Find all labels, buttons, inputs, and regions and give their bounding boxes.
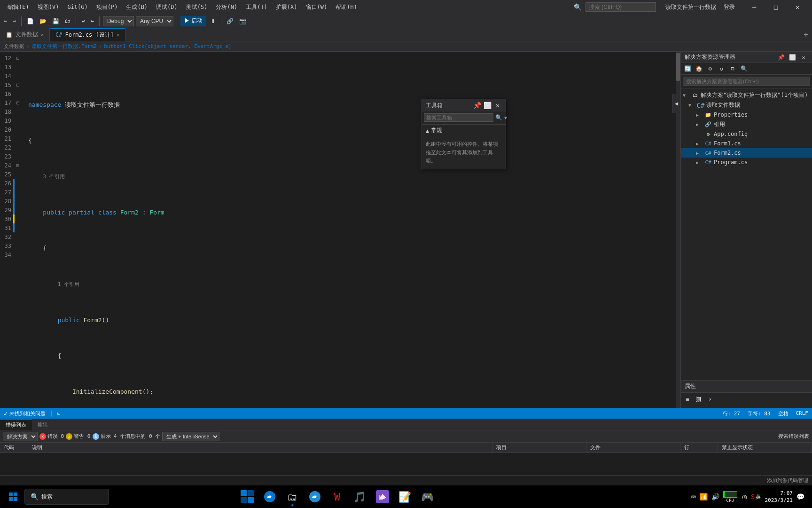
save-button[interactable]: 💾 xyxy=(50,17,61,25)
tab-add-button[interactable]: + xyxy=(800,30,812,39)
tree-item-form2[interactable]: ▶ C# Form2.cs xyxy=(681,148,812,158)
taskbar-app-wps[interactable]: W xyxy=(327,486,348,507)
se-search-input[interactable] xyxy=(683,77,810,86)
fold-12[interactable]: ⊟ xyxy=(15,55,21,61)
menu-item-test[interactable]: 测试(S) xyxy=(182,1,211,13)
menu-item-view[interactable]: 视图(V) xyxy=(34,1,63,13)
taskbar-keyboard-icon[interactable]: ⌨ xyxy=(691,492,696,501)
se-settings-button[interactable]: ⚙ xyxy=(705,64,715,73)
se-filter-button[interactable]: 🔍 xyxy=(739,64,749,73)
tab-close-form2[interactable]: ✕ xyxy=(117,32,119,38)
redo-button[interactable]: ↪ xyxy=(89,17,96,25)
se-refresh-button[interactable]: ↻ xyxy=(717,64,726,73)
tree-item-refs[interactable]: ▶ 🔗 引用 xyxy=(681,119,812,129)
tree-item-program[interactable]: ▶ C# Program.cs xyxy=(681,158,812,167)
toolbox-pin-button[interactable]: 📌 xyxy=(473,101,481,110)
fold-15[interactable]: ⊟ xyxy=(15,82,21,88)
toolbox-search-input[interactable] xyxy=(424,113,493,122)
cpu-indicator[interactable]: CPU xyxy=(723,491,737,503)
taskbar-app-music[interactable]: 🎵 xyxy=(350,486,370,507)
taskbar-app-game[interactable]: 🎮 xyxy=(417,486,438,507)
panel-pin-button[interactable]: 📌 xyxy=(776,53,786,62)
login-button[interactable]: 登录 xyxy=(720,1,739,13)
bottom-tab-output[interactable]: 输出 xyxy=(32,419,54,430)
add-source-label[interactable]: 添加到源代码管理 xyxy=(767,477,808,484)
breadcrumb-method[interactable]: button1_Click(object sender, EventArgs e… xyxy=(104,43,232,49)
tab-form2-design[interactable]: C# Form2.cs [设计] ✕ xyxy=(50,28,125,41)
open-file-button[interactable]: 📂 xyxy=(38,17,48,25)
tab-close-fildata[interactable]: ✕ xyxy=(41,32,44,37)
info-badge[interactable]: ℹ 展示 4 个消息中的 0 个 xyxy=(93,433,161,440)
tree-item-solution[interactable]: ▼ 🗂 解决方案"读取文件第一行数据"(1个项目) xyxy=(681,90,812,100)
taskbar: 🔍 搜索 🗂 W xyxy=(0,485,812,508)
debug-mode-dropdown[interactable]: Debug xyxy=(103,16,134,26)
close-button[interactable]: ✕ xyxy=(787,0,808,14)
taskbar-app-vs[interactable] xyxy=(372,486,393,507)
platform-dropdown[interactable]: Any CPU xyxy=(136,16,173,26)
props-event-button[interactable]: ⚡ xyxy=(705,395,715,404)
menu-item-tools[interactable]: 工具(T) xyxy=(242,1,271,13)
undo-button[interactable]: ↩ xyxy=(79,17,86,25)
new-file-button[interactable]: 📄 xyxy=(25,17,36,25)
pause-button[interactable]: ⏸ xyxy=(208,17,218,25)
toolbox-general-section[interactable]: ▲ 常规 xyxy=(422,124,506,136)
tree-item-appconfig[interactable]: ⚙ App.config xyxy=(681,129,812,139)
attach-button[interactable]: 🔗 xyxy=(225,17,235,25)
panel-close-button[interactable]: ✕ xyxy=(799,53,808,62)
tree-item-project[interactable]: ▼ C# 读取文件数据 xyxy=(681,100,812,110)
panel-move-button[interactable]: ⬜ xyxy=(788,53,797,62)
panel-collapse-button[interactable]: ◀ xyxy=(672,94,680,113)
menu-search-input[interactable] xyxy=(586,2,656,12)
forward-button[interactable]: ➡ xyxy=(11,17,18,25)
menu-item-project[interactable]: 项目(P) xyxy=(93,1,122,13)
menu-item-analyze[interactable]: 分析(N) xyxy=(212,1,241,13)
menu-item-debug[interactable]: 调试(D) xyxy=(152,1,181,13)
bottom-tab-errorlist[interactable]: 错误列表 xyxy=(0,419,32,430)
taskbar-search-button[interactable]: 🔍 搜索 xyxy=(24,489,109,505)
taskbar-app-notepad[interactable]: 📝 xyxy=(395,486,415,507)
error-filter-dropdown[interactable]: 解决方案 xyxy=(3,432,38,441)
menu-item-edit[interactable]: 编辑(E) xyxy=(4,1,33,13)
warning-badge[interactable]: ⚠ 警告 0 xyxy=(66,433,90,440)
taskbar-app-store[interactable] xyxy=(237,486,258,507)
ime-indicator[interactable]: S 英 xyxy=(751,493,761,500)
props-browse-button[interactable]: 🖼 xyxy=(694,395,703,404)
menu-item-build[interactable]: 生成(B) xyxy=(122,1,151,13)
menu-item-ext[interactable]: 扩展(X) xyxy=(272,1,301,13)
maximize-button[interactable]: □ xyxy=(765,0,787,14)
start-button[interactable]: ▶ 启动 xyxy=(180,16,206,26)
build-filter-dropdown[interactable]: 生成 + IntelliSense xyxy=(162,432,219,441)
toolbox-max-button[interactable]: ⬜ xyxy=(483,101,492,110)
screenshot-button[interactable]: 📷 xyxy=(237,17,248,25)
menu-item-help[interactable]: 帮助(H) xyxy=(332,1,361,13)
taskbar-app-edge2[interactable] xyxy=(304,486,325,507)
menu-item-git[interactable]: Git(G) xyxy=(63,2,91,12)
props-grid-button[interactable]: ⊞ xyxy=(683,395,692,404)
toolbox-close-button[interactable]: ✕ xyxy=(493,101,502,110)
code-text[interactable]: namespace 读取文件第一行数据 { 3 个引用 public parti… xyxy=(24,52,676,408)
taskbar-app-edge[interactable] xyxy=(259,486,280,507)
menu-item-window[interactable]: 窗口(W) xyxy=(302,1,331,13)
gutter-31: 31 xyxy=(0,223,24,232)
minimize-button[interactable]: ─ xyxy=(743,0,765,14)
se-sync-button[interactable]: 🔄 xyxy=(683,64,692,73)
error-badge[interactable]: ✕ 错误 0 xyxy=(39,433,64,440)
taskbar-notification-icon[interactable]: 💬 xyxy=(796,493,804,500)
taskbar-wifi-icon[interactable]: 📶 xyxy=(700,493,708,500)
breadcrumb-class[interactable]: 读取文件第一行数据.Form2 xyxy=(31,43,97,50)
fold-24[interactable]: ⊟ xyxy=(15,162,21,168)
tab-file-data[interactable]: 📋 文件数据 ✕ xyxy=(0,28,50,41)
tree-item-properties[interactable]: ▶ 📁 Properties xyxy=(681,110,812,119)
scroll-thumb[interactable] xyxy=(676,53,680,81)
se-collapse-button[interactable]: ⊟ xyxy=(728,64,737,73)
taskbar-app-explorer[interactable]: 🗂 xyxy=(282,486,303,507)
start-button[interactable] xyxy=(4,487,23,506)
se-home-button[interactable]: 🏠 xyxy=(694,64,703,73)
save-all-button[interactable]: 🗂 xyxy=(63,17,72,25)
taskbar-sound-icon[interactable]: 🔊 xyxy=(711,493,719,500)
toolbox-search-dropdown-icon[interactable]: ▼ xyxy=(504,115,507,120)
fold-17[interactable]: ⊟ xyxy=(15,100,21,106)
tree-item-form1[interactable]: ▶ C# Form1.cs xyxy=(681,139,812,148)
taskbar-clock[interactable]: 7:07 2023/3/21 xyxy=(765,490,793,504)
back-button[interactable]: ⬅ xyxy=(2,17,9,25)
